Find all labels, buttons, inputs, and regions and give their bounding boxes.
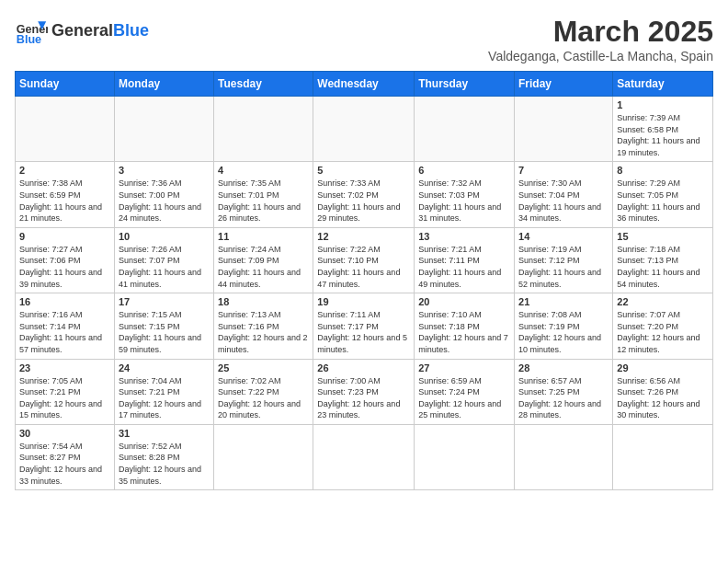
weekday-header-tuesday: Tuesday <box>214 72 313 97</box>
day-info: Sunrise: 7:30 AM Sunset: 7:04 PM Dayligh… <box>518 178 609 224</box>
day-info: Sunrise: 6:57 AM Sunset: 7:25 PM Dayligh… <box>518 375 609 421</box>
day-cell <box>16 97 115 162</box>
day-info: Sunrise: 7:13 AM Sunset: 7:16 PM Dayligh… <box>218 309 309 355</box>
day-info: Sunrise: 7:18 AM Sunset: 7:13 PM Dayligh… <box>617 244 709 290</box>
day-info: Sunrise: 7:32 AM Sunset: 7:03 PM Dayligh… <box>418 178 510 224</box>
day-number: 5 <box>317 165 410 176</box>
day-number: 19 <box>317 296 410 307</box>
day-info: Sunrise: 7:24 AM Sunset: 7:09 PM Dayligh… <box>218 244 309 290</box>
day-number: 16 <box>19 296 110 307</box>
day-cell: 22Sunrise: 7:07 AM Sunset: 7:20 PM Dayli… <box>613 293 713 359</box>
day-cell: 29Sunrise: 6:56 AM Sunset: 7:26 PM Dayli… <box>613 359 713 424</box>
day-number: 29 <box>617 362 709 373</box>
day-cell: 27Sunrise: 6:59 AM Sunset: 7:24 PM Dayli… <box>415 359 515 424</box>
day-number: 10 <box>119 231 210 242</box>
logo-blue: Blue <box>113 21 149 40</box>
day-cell: 10Sunrise: 7:26 AM Sunset: 7:07 PM Dayli… <box>114 227 213 293</box>
day-cell: 15Sunrise: 7:18 AM Sunset: 7:13 PM Dayli… <box>613 227 713 293</box>
weekday-header-row: SundayMondayTuesdayWednesdayThursdayFrid… <box>16 72 713 97</box>
day-number: 12 <box>317 231 410 242</box>
logo-icon: General Blue <box>15 15 48 48</box>
day-number: 22 <box>617 296 709 307</box>
day-cell <box>114 97 213 162</box>
day-cell: 19Sunrise: 7:11 AM Sunset: 7:17 PM Dayli… <box>313 293 415 359</box>
day-info: Sunrise: 7:16 AM Sunset: 7:14 PM Dayligh… <box>19 309 110 355</box>
day-cell: 2Sunrise: 7:38 AM Sunset: 6:59 PM Daylig… <box>16 162 115 227</box>
day-number: 9 <box>19 231 110 242</box>
day-info: Sunrise: 7:29 AM Sunset: 7:05 PM Dayligh… <box>617 178 709 224</box>
week-row-0: 1Sunrise: 7:39 AM Sunset: 6:58 PM Daylig… <box>16 97 713 162</box>
weekday-header-sunday: Sunday <box>16 72 115 97</box>
day-cell: 12Sunrise: 7:22 AM Sunset: 7:10 PM Dayli… <box>313 227 415 293</box>
day-number: 8 <box>617 165 709 176</box>
day-number: 24 <box>119 362 210 373</box>
day-cell: 17Sunrise: 7:15 AM Sunset: 7:15 PM Dayli… <box>114 293 213 359</box>
day-number: 26 <box>317 362 410 373</box>
day-cell: 26Sunrise: 7:00 AM Sunset: 7:23 PM Dayli… <box>313 359 415 424</box>
day-info: Sunrise: 7:19 AM Sunset: 7:12 PM Dayligh… <box>518 244 609 290</box>
day-info: Sunrise: 7:38 AM Sunset: 6:59 PM Dayligh… <box>19 178 110 224</box>
week-row-2: 9Sunrise: 7:27 AM Sunset: 7:06 PM Daylig… <box>16 227 713 293</box>
day-info: Sunrise: 7:26 AM Sunset: 7:07 PM Dayligh… <box>119 244 210 290</box>
location: Valdeganga, Castille-La Mancha, Spain <box>488 49 713 63</box>
day-cell: 1Sunrise: 7:39 AM Sunset: 6:58 PM Daylig… <box>613 97 713 162</box>
week-row-1: 2Sunrise: 7:38 AM Sunset: 6:59 PM Daylig… <box>16 162 713 227</box>
day-number: 3 <box>119 165 210 176</box>
day-info: Sunrise: 6:56 AM Sunset: 7:26 PM Dayligh… <box>617 375 709 421</box>
day-cell: 6Sunrise: 7:32 AM Sunset: 7:03 PM Daylig… <box>415 162 515 227</box>
day-info: Sunrise: 7:22 AM Sunset: 7:10 PM Dayligh… <box>317 244 410 290</box>
day-number: 28 <box>518 362 609 373</box>
day-cell: 31Sunrise: 7:52 AM Sunset: 8:28 PM Dayli… <box>114 424 213 489</box>
day-info: Sunrise: 6:59 AM Sunset: 7:24 PM Dayligh… <box>418 375 510 421</box>
day-cell: 8Sunrise: 7:29 AM Sunset: 7:05 PM Daylig… <box>613 162 713 227</box>
day-number: 20 <box>418 296 510 307</box>
day-info: Sunrise: 7:02 AM Sunset: 7:22 PM Dayligh… <box>218 375 309 421</box>
day-info: Sunrise: 7:15 AM Sunset: 7:15 PM Dayligh… <box>119 309 210 355</box>
day-info: Sunrise: 7:35 AM Sunset: 7:01 PM Dayligh… <box>218 178 309 224</box>
day-number: 21 <box>518 296 609 307</box>
day-info: Sunrise: 7:27 AM Sunset: 7:06 PM Dayligh… <box>19 244 110 290</box>
day-number: 4 <box>218 165 309 176</box>
day-info: Sunrise: 7:39 AM Sunset: 6:58 PM Dayligh… <box>617 112 709 158</box>
day-info: Sunrise: 7:00 AM Sunset: 7:23 PM Dayligh… <box>317 375 410 421</box>
weekday-header-thursday: Thursday <box>415 72 515 97</box>
day-number: 25 <box>218 362 309 373</box>
day-number: 7 <box>518 165 609 176</box>
calendar: SundayMondayTuesdayWednesdayThursdayFrid… <box>15 71 713 490</box>
day-cell <box>313 97 415 162</box>
day-number: 6 <box>418 165 510 176</box>
day-cell <box>415 97 515 162</box>
day-number: 13 <box>418 231 510 242</box>
day-cell: 14Sunrise: 7:19 AM Sunset: 7:12 PM Dayli… <box>515 227 613 293</box>
day-number: 15 <box>617 231 709 242</box>
logo-general: General <box>51 21 113 40</box>
day-cell: 25Sunrise: 7:02 AM Sunset: 7:22 PM Dayli… <box>214 359 313 424</box>
week-row-3: 16Sunrise: 7:16 AM Sunset: 7:14 PM Dayli… <box>16 293 713 359</box>
day-number: 1 <box>617 99 709 110</box>
day-info: Sunrise: 7:08 AM Sunset: 7:19 PM Dayligh… <box>518 309 609 355</box>
day-info: Sunrise: 7:05 AM Sunset: 7:21 PM Dayligh… <box>19 375 110 421</box>
day-cell <box>415 424 515 489</box>
day-number: 17 <box>119 296 210 307</box>
day-info: Sunrise: 7:33 AM Sunset: 7:02 PM Dayligh… <box>317 178 410 224</box>
weekday-header-saturday: Saturday <box>613 72 713 97</box>
day-number: 2 <box>19 165 110 176</box>
day-info: Sunrise: 7:07 AM Sunset: 7:20 PM Dayligh… <box>617 309 709 355</box>
day-number: 27 <box>418 362 510 373</box>
day-cell: 13Sunrise: 7:21 AM Sunset: 7:11 PM Dayli… <box>415 227 515 293</box>
day-cell <box>613 424 713 489</box>
svg-text:Blue: Blue <box>17 33 41 46</box>
day-cell <box>214 424 313 489</box>
day-info: Sunrise: 7:54 AM Sunset: 8:27 PM Dayligh… <box>19 441 110 487</box>
weekday-header-monday: Monday <box>114 72 213 97</box>
day-cell: 4Sunrise: 7:35 AM Sunset: 7:01 PM Daylig… <box>214 162 313 227</box>
day-cell: 18Sunrise: 7:13 AM Sunset: 7:16 PM Dayli… <box>214 293 313 359</box>
day-number: 18 <box>218 296 309 307</box>
day-cell: 5Sunrise: 7:33 AM Sunset: 7:02 PM Daylig… <box>313 162 415 227</box>
day-cell: 28Sunrise: 6:57 AM Sunset: 7:25 PM Dayli… <box>515 359 613 424</box>
day-info: Sunrise: 7:11 AM Sunset: 7:17 PM Dayligh… <box>317 309 410 355</box>
day-cell: 3Sunrise: 7:36 AM Sunset: 7:00 PM Daylig… <box>114 162 213 227</box>
day-cell <box>214 97 313 162</box>
day-number: 14 <box>518 231 609 242</box>
title-area: March 2025 Valdeganga, Castille-La Manch… <box>488 15 713 63</box>
